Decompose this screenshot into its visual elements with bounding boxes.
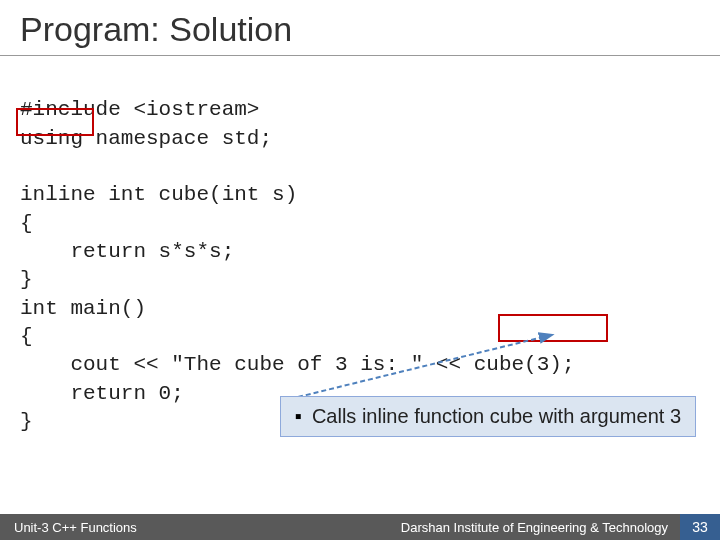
slide: Program: Solution #include <iostream> us… [0, 0, 720, 540]
code-line: } [20, 410, 33, 433]
code-line: { [20, 212, 33, 235]
footer-unit: Unit-3 C++ Functions [0, 520, 401, 535]
code-line: } [20, 268, 33, 291]
footer: Unit-3 C++ Functions Darshan Institute o… [0, 514, 720, 540]
code-line: int main() [20, 297, 146, 320]
code-line: inline int cube(int s) [20, 183, 297, 206]
slide-title: Program: Solution [0, 0, 720, 56]
footer-institute: Darshan Institute of Engineering & Techn… [401, 520, 680, 535]
code-line: cout << "The cube of 3 is: " << cube(3); [20, 353, 575, 376]
callout-text: Calls inline function cube with argument… [312, 405, 681, 427]
highlight-inline-keyword [16, 108, 94, 136]
slide-number: 33 [680, 514, 720, 540]
code-line: return 0; [20, 382, 184, 405]
code-line: return s*s*s; [20, 240, 234, 263]
highlight-cube-call [498, 314, 608, 342]
callout-box: Calls inline function cube with argument… [280, 396, 696, 437]
code-line: { [20, 325, 33, 348]
